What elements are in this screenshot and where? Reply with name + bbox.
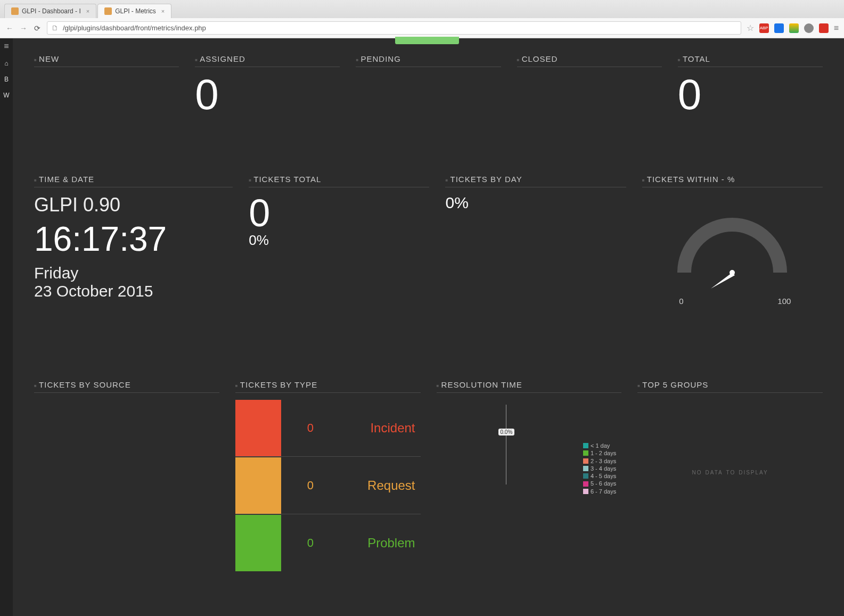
app: ≡ ⌂ B W NEW ASSIGNED 0 PENDING CLOSED bbox=[0, 38, 844, 616]
swatch-icon bbox=[583, 450, 588, 456]
version-text: GLPI 0.90 bbox=[34, 194, 233, 216]
type-row-problem: 0 Problem bbox=[235, 514, 421, 572]
section-title: TOP 5 GROUPS bbox=[637, 380, 823, 393]
type-row-request: 0 Request bbox=[235, 457, 421, 514]
type-count: 0 bbox=[281, 479, 340, 492]
type-list: 0 Incident 0 Request 0 Problem bbox=[235, 399, 421, 572]
tab-title: GLPI - Metrics bbox=[115, 7, 156, 15]
resolution-legend: < 1 day 1 - 2 days 2 - 3 days 3 - 4 days… bbox=[583, 442, 616, 495]
extension-icon[interactable] bbox=[819, 23, 829, 33]
status-value: 0 bbox=[678, 73, 823, 116]
status-value: 0 bbox=[195, 73, 340, 116]
top-indicator bbox=[395, 37, 459, 44]
section-title: NEW bbox=[34, 54, 179, 67]
star-icon[interactable]: ☆ bbox=[747, 23, 754, 33]
close-icon[interactable]: × bbox=[161, 8, 165, 14]
status-assigned: ASSIGNED 0 bbox=[195, 54, 340, 116]
section-title: RESOLUTION TIME bbox=[437, 380, 622, 393]
section-title: TICKETS BY SOURCE bbox=[34, 380, 219, 393]
resolution-time-panel: RESOLUTION TIME 0.0% < 1 day 1 - 2 days … bbox=[437, 380, 622, 572]
browser-chrome: GLPI - Dashboard - I × GLPI - Metrics × … bbox=[0, 0, 844, 38]
clock-text: 16:17:37 bbox=[34, 219, 233, 259]
legend-label: 5 - 6 days bbox=[591, 480, 616, 487]
bottom-row: TICKETS BY SOURCE TICKETS BY TYPE 0 Inci… bbox=[34, 380, 823, 572]
tab-metrics[interactable]: GLPI - Metrics × bbox=[97, 4, 171, 18]
tickets-by-source-panel: TICKETS BY SOURCE bbox=[34, 380, 219, 572]
back-icon[interactable]: ← bbox=[5, 24, 14, 32]
extension-icons: ABP ≡ bbox=[759, 23, 839, 33]
reload-icon[interactable]: ⟳ bbox=[33, 24, 42, 32]
tickets-by-type-panel: TICKETS BY TYPE 0 Incident 0 Request bbox=[235, 380, 421, 572]
type-name: Problem bbox=[340, 536, 421, 551]
legend-label: 2 - 3 days bbox=[591, 457, 616, 465]
omnibar: ← → ⟳ 🗋 /glpi/plugins/dashboard/front/me… bbox=[0, 18, 844, 38]
legend-label: 4 - 5 days bbox=[591, 472, 616, 480]
resolution-badge: 0.0% bbox=[498, 429, 515, 436]
tickets-total-value: 0 bbox=[249, 194, 429, 232]
content: NEW ASSIGNED 0 PENDING CLOSED TOTAL 0 bbox=[13, 38, 844, 616]
status-row: NEW ASSIGNED 0 PENDING CLOSED TOTAL 0 bbox=[34, 54, 823, 116]
time-date-panel: TIME & DATE GLPI 0.90 16:17:37 Friday 23… bbox=[34, 175, 233, 300]
svg-point-1 bbox=[730, 270, 735, 275]
tickets-within-panel: TICKETS WITHIN - % 0 100 bbox=[642, 175, 823, 300]
url-text: /glpi/plugins/dashboard/front/metrics/in… bbox=[63, 24, 206, 32]
no-data-text: no data to display bbox=[637, 467, 823, 476]
home-icon[interactable]: ⌂ bbox=[4, 60, 8, 67]
swatch-icon bbox=[583, 466, 588, 471]
tickets-total-panel: TICKETS TOTAL 0 0% bbox=[249, 175, 429, 300]
swatch-icon bbox=[583, 481, 588, 487]
type-count: 0 bbox=[281, 536, 340, 550]
tab-title: GLPI - Dashboard - I bbox=[22, 7, 81, 15]
gauge-icon bbox=[663, 198, 801, 294]
section-title: CLOSED bbox=[517, 54, 662, 67]
type-count: 0 bbox=[281, 421, 340, 435]
legend-label: 1 - 2 days bbox=[591, 449, 616, 457]
section-title: TICKETS TOTAL bbox=[249, 175, 429, 187]
type-name: Request bbox=[340, 478, 421, 493]
section-title: TICKETS BY TYPE bbox=[235, 380, 421, 393]
gauge-max: 100 bbox=[777, 297, 791, 306]
legend-label: < 1 day bbox=[591, 442, 610, 449]
swatch-icon bbox=[583, 458, 588, 464]
tickets-total-pct: 0% bbox=[249, 232, 429, 249]
section-title: TICKETS BY DAY bbox=[445, 175, 626, 187]
status-closed: CLOSED bbox=[517, 54, 662, 116]
sidebar-item-w[interactable]: W bbox=[3, 92, 9, 99]
top5-groups-panel: TOP 5 GROUPS no data to display bbox=[637, 380, 823, 572]
favicon-icon bbox=[11, 7, 19, 15]
page-icon: 🗋 bbox=[52, 24, 59, 32]
url-input[interactable]: 🗋 /glpi/plugins/dashboard/front/metrics/… bbox=[47, 21, 741, 35]
extension-icon[interactable] bbox=[789, 23, 799, 33]
tab-strip: GLPI - Dashboard - I × GLPI - Metrics × bbox=[0, 0, 844, 18]
close-icon[interactable]: × bbox=[86, 8, 89, 14]
abp-icon[interactable]: ABP bbox=[759, 23, 769, 33]
date-text: 23 October 2015 bbox=[34, 282, 233, 300]
menu-icon[interactable]: ≡ bbox=[4, 42, 9, 51]
extension-icon[interactable] bbox=[774, 23, 784, 33]
section-title: PENDING bbox=[356, 54, 501, 67]
sidebar-item-b[interactable]: B bbox=[4, 76, 9, 83]
section-title: ASSIGNED bbox=[195, 54, 340, 67]
swatch-icon bbox=[583, 473, 588, 479]
forward-icon[interactable]: → bbox=[19, 24, 28, 32]
section-title: TICKETS WITHIN - % bbox=[642, 175, 823, 187]
favicon-icon bbox=[104, 7, 112, 15]
gauge-min: 0 bbox=[679, 297, 683, 306]
swatch-icon bbox=[583, 489, 588, 494]
tab-dashboard[interactable]: GLPI - Dashboard - I × bbox=[4, 4, 96, 18]
day-text: Friday bbox=[34, 264, 233, 282]
tickets-by-day-panel: TICKETS BY DAY 0% bbox=[445, 175, 626, 300]
swatch-icon bbox=[583, 443, 588, 448]
type-row-incident: 0 Incident bbox=[235, 399, 421, 457]
gauge-chart: 0 100 bbox=[663, 198, 801, 294]
tickets-by-day-pct: 0% bbox=[445, 194, 626, 212]
menu-icon[interactable]: ≡ bbox=[834, 23, 839, 33]
resolution-chart: 0.0% < 1 day 1 - 2 days 2 - 3 days 3 - 4… bbox=[437, 399, 622, 506]
axis-line bbox=[506, 405, 506, 484]
extension-icon[interactable] bbox=[804, 23, 814, 33]
legend-label: 3 - 4 days bbox=[591, 465, 616, 472]
section-title: TOTAL bbox=[678, 54, 823, 67]
swatch-icon bbox=[235, 515, 281, 571]
status-total: TOTAL 0 bbox=[678, 54, 823, 116]
sidebar: ≡ ⌂ B W bbox=[0, 38, 13, 616]
